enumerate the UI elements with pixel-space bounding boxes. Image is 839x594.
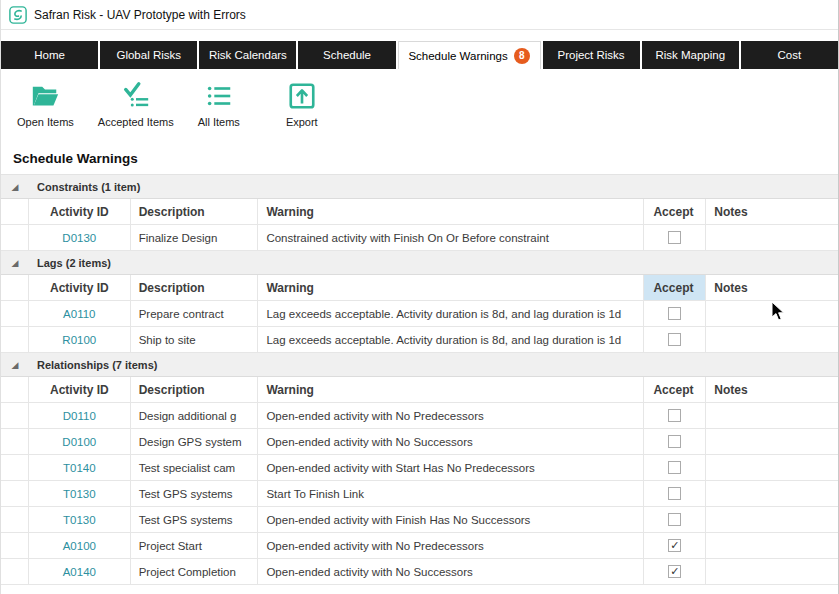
tab-schedule-warnings[interactable]: Schedule Warnings8: [398, 41, 541, 69]
accept-checkbox[interactable]: [668, 461, 681, 474]
row-gutter: [1, 429, 29, 454]
column-header-row: Activity IDDescriptionWarningAcceptNotes: [1, 199, 838, 225]
row-gutter: [1, 225, 29, 250]
toolbar-button-label: Accepted Items: [98, 116, 174, 128]
row-gutter: [1, 301, 29, 326]
group-header-row[interactable]: ◢Relationships (7 items): [1, 353, 838, 377]
open-items-button[interactable]: Open Items: [5, 79, 86, 130]
tab-label: Home: [34, 49, 65, 61]
notes-cell[interactable]: [706, 327, 838, 352]
column-header-notes[interactable]: Notes: [706, 275, 838, 300]
tab-risk-calendars[interactable]: Risk Calendars: [199, 41, 296, 69]
column-header-warning[interactable]: Warning: [258, 275, 644, 300]
tab-risk-mapping[interactable]: Risk Mapping: [642, 41, 739, 69]
export-button[interactable]: Export: [274, 79, 330, 130]
accept-checkbox[interactable]: [668, 435, 681, 448]
accepted-check-list-icon: [121, 81, 151, 111]
activity-id-link[interactable]: T0130: [29, 507, 131, 532]
notes-cell[interactable]: [706, 533, 838, 558]
column-header-row: Activity IDDescriptionWarningAcceptNotes: [1, 377, 838, 403]
tab-home[interactable]: Home: [1, 41, 98, 69]
column-header-description[interactable]: Description: [131, 199, 259, 224]
activity-id-link[interactable]: D0130: [29, 225, 131, 250]
tab-label: Risk Calendars: [209, 49, 287, 61]
description-cell: Finalize Design: [131, 225, 259, 250]
collapse-toggle[interactable]: ◢: [1, 251, 29, 274]
activity-id-link[interactable]: A0100: [29, 533, 131, 558]
group-title: Constraints (1 item): [29, 175, 838, 198]
activity-id-link[interactable]: T0130: [29, 481, 131, 506]
warning-cell: Open-ended activity with No Successors: [258, 429, 644, 454]
warning-cell: Open-ended activity with No Successors: [258, 559, 644, 584]
accepted-items-button[interactable]: Accepted Items: [86, 79, 186, 130]
notes-cell[interactable]: [706, 225, 838, 250]
header-gutter: [1, 275, 29, 300]
open-folder-icon: [30, 81, 60, 111]
activity-id-link[interactable]: D0110: [29, 403, 131, 428]
all-items-list-icon: [204, 81, 234, 111]
tab-label: Schedule Warnings: [408, 50, 507, 62]
accept-checkbox[interactable]: [668, 513, 681, 526]
tab-cost[interactable]: Cost: [741, 41, 838, 69]
column-header-accept[interactable]: Accept: [644, 377, 706, 402]
table-row: A0140Project CompletionOpen-ended activi…: [1, 559, 838, 585]
activity-id-link[interactable]: A0140: [29, 559, 131, 584]
notes-cell[interactable]: [706, 301, 838, 326]
activity-id-link[interactable]: D0100: [29, 429, 131, 454]
notes-cell[interactable]: [706, 507, 838, 532]
notes-cell[interactable]: [706, 455, 838, 480]
activity-id-link[interactable]: R0100: [29, 327, 131, 352]
toolbar-button-label: Export: [286, 116, 318, 128]
warning-cell: Lag exceeds acceptable. Activity duratio…: [258, 301, 644, 326]
accept-checkbox[interactable]: ✓: [668, 565, 681, 578]
activity-id-link[interactable]: A0110: [29, 301, 131, 326]
column-header-activity-id[interactable]: Activity ID: [29, 199, 131, 224]
row-gutter: [1, 455, 29, 480]
accept-checkbox[interactable]: [668, 409, 681, 422]
column-header-accept[interactable]: Accept: [644, 275, 706, 300]
notes-cell[interactable]: [706, 481, 838, 506]
column-header-activity-id[interactable]: Activity ID: [29, 377, 131, 402]
row-gutter: [1, 481, 29, 506]
column-header-description[interactable]: Description: [131, 275, 259, 300]
description-cell: Test GPS systems: [131, 507, 259, 532]
accept-cell: [644, 455, 706, 480]
group-header-row[interactable]: ◢Constraints (1 item): [1, 175, 838, 199]
activity-id-link[interactable]: T0140: [29, 455, 131, 480]
column-header-accept[interactable]: Accept: [644, 199, 706, 224]
column-header-description[interactable]: Description: [131, 377, 259, 402]
collapse-triangle-icon: ◢: [12, 360, 19, 370]
notes-cell[interactable]: [706, 403, 838, 428]
accept-checkbox[interactable]: [668, 487, 681, 500]
tab-global-risks[interactable]: Global Risks: [100, 41, 197, 69]
collapse-triangle-icon: ◢: [12, 258, 19, 268]
column-header-activity-id[interactable]: Activity ID: [29, 275, 131, 300]
tab-project-risks[interactable]: Project Risks: [543, 41, 640, 69]
accept-checkbox[interactable]: [668, 307, 681, 320]
tab-label: Cost: [778, 49, 802, 61]
column-header-notes[interactable]: Notes: [706, 377, 838, 402]
table-row: A0110Prepare contractLag exceeds accepta…: [1, 301, 838, 327]
column-header-warning[interactable]: Warning: [258, 377, 644, 402]
column-header-notes[interactable]: Notes: [706, 199, 838, 224]
collapse-toggle[interactable]: ◢: [1, 175, 29, 198]
accept-checkbox[interactable]: ✓: [668, 539, 681, 552]
row-gutter: [1, 533, 29, 558]
title-bar: Safran Risk - UAV Prototype with Errors: [1, 0, 838, 30]
group-header-row[interactable]: ◢Lags (2 items): [1, 251, 838, 275]
toolbar-button-label: All Items: [198, 116, 240, 128]
accept-checkbox[interactable]: [668, 333, 681, 346]
accept-checkbox[interactable]: [668, 231, 681, 244]
all-items-button[interactable]: All Items: [186, 79, 252, 130]
export-up-arrow-icon: [287, 81, 317, 111]
page-title: Schedule Warnings: [1, 141, 838, 174]
accept-cell: [644, 225, 706, 250]
notes-cell[interactable]: [706, 559, 838, 584]
table-row: R0100Ship to siteLag exceeds acceptable.…: [1, 327, 838, 353]
collapse-toggle[interactable]: ◢: [1, 353, 29, 376]
column-header-warning[interactable]: Warning: [258, 199, 644, 224]
group-title: Lags (2 items): [29, 251, 838, 274]
warning-cell: Start To Finish Link: [258, 481, 644, 506]
tab-schedule[interactable]: Schedule: [298, 41, 395, 69]
notes-cell[interactable]: [706, 429, 838, 454]
